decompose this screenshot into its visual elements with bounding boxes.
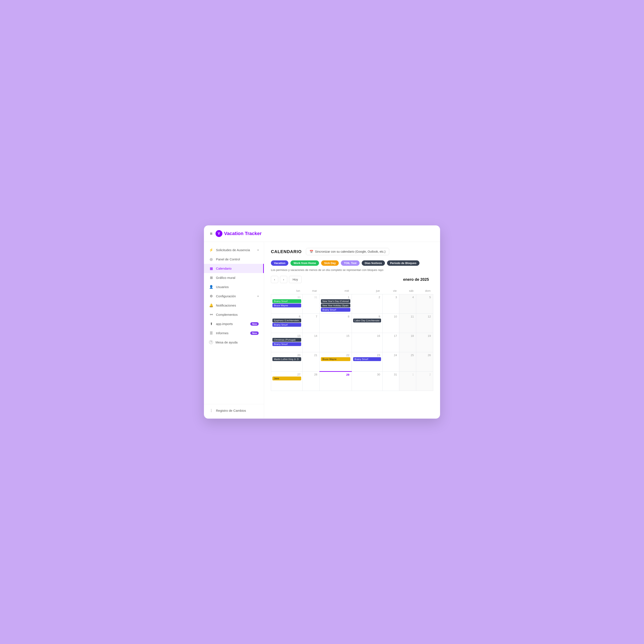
sidebar-bottom: ⋮ Registro de Cambios — [204, 404, 264, 415]
day-number: 18 — [401, 334, 415, 338]
event-bar[interactable]: Brainy Smurf — [272, 299, 301, 303]
today-button[interactable]: Hoy — [289, 276, 302, 283]
content-header: CALENDARIO 📅 Sincronizar con su calendar… — [271, 248, 433, 255]
day-number: 25 — [401, 353, 415, 357]
day-number: 3 — [384, 295, 398, 299]
calendar-week-5: 27 Jane 28 29 30 31 — [271, 372, 433, 391]
calendar-nav: ‹ › Hoy enero de 2025 — [271, 276, 433, 283]
calendar-cell-jan13: 13 Christmas (Portugal) Brainy Smurf — [271, 333, 303, 352]
legend: Vacation Work from Home Sick Day TOIL Te… — [271, 260, 433, 266]
sidebar-label-imports: app.imports — [216, 322, 248, 326]
calendar-cell-jan18: 18 — [399, 333, 416, 352]
sidebar-label-grafico: Gráfico mural — [216, 276, 259, 279]
sidebar-item-usuarios[interactable]: 👤 Usuarios — [204, 282, 264, 292]
calendar-icon: ▦ — [209, 266, 213, 270]
day-number: 28 — [304, 372, 318, 377]
event-bar[interactable]: Labor Day (Liechtenstei — [353, 319, 381, 322]
legend-sick: Sick Day — [321, 260, 339, 266]
day-number: 1 — [321, 295, 350, 299]
sidebar-item-registro[interactable]: ⋮ Registro de Cambios — [204, 406, 264, 415]
user-icon: 👤 — [209, 285, 213, 289]
legend-wfh: Work from Home — [290, 260, 319, 266]
sidebar-item-calendario[interactable]: ▦ Calendario — [204, 264, 264, 273]
calendar-cell-jan20: 20 Martin Luther King Jr. D — [271, 352, 303, 372]
calendar-cell-jan17: 17 — [382, 333, 399, 352]
weekday-row: lun mar mié jue vie sáb dom — [271, 287, 433, 294]
calendar-cell-jan11: 11 — [399, 314, 416, 333]
content-area: CALENDARIO 📅 Sincronizar con su calendar… — [264, 242, 440, 419]
calendar-cell-jan14: 14 — [303, 333, 320, 352]
event-bar[interactable]: New Year Holiday (Spain — [321, 304, 350, 307]
event-bar[interactable]: New Year's Day (Colorad — [321, 299, 350, 303]
calendar-grid: lun mar mié jue vie sáb dom 30 Brain — [271, 287, 433, 391]
weekday-vie: vie — [382, 287, 399, 294]
day-number: 26 — [418, 353, 432, 357]
day-number: 17 — [384, 334, 398, 338]
event-bar-jane[interactable]: Jane — [272, 377, 301, 380]
day-number: 11 — [401, 314, 415, 319]
calendar-cell-jan24: 24 — [382, 352, 399, 372]
prev-month-button[interactable]: ‹ — [271, 276, 278, 283]
calendar-cell-jan25: 25 — [399, 352, 416, 372]
day-number: 23 — [353, 353, 381, 357]
legend-bloqueo: Período de Bloqueo — [387, 260, 419, 266]
calendar-cell-jan27: 27 Jane — [271, 372, 303, 391]
weekday-mar: mar — [303, 287, 320, 294]
sidebar-label-notificaciones: Notificaciones — [216, 304, 259, 307]
event-bar[interactable]: Christmas (Portugal) — [272, 338, 301, 342]
bell-icon: 🔔 — [209, 303, 213, 307]
weekday-dom: dom — [416, 287, 433, 294]
logo-text: Vacation Tracker — [224, 231, 262, 236]
sidebar-item-notificaciones[interactable]: 🔔 Notificaciones — [204, 301, 264, 310]
legend-festivos: Días festivos — [362, 260, 385, 266]
weekday-lun: lun — [271, 287, 303, 294]
panel-icon: ◎ — [209, 257, 213, 261]
day-number: 4 — [401, 295, 415, 299]
sidebar-label-panel: Panel de Control — [216, 257, 259, 261]
day-number: 13 — [272, 334, 301, 338]
day-number: 30 — [272, 295, 301, 299]
sidebar-label-complementos: Complementos — [216, 313, 259, 316]
day-number: 27 — [272, 372, 301, 377]
logo-area: V Vacation Tracker — [216, 230, 262, 237]
calendar-sync-icon: 📅 — [310, 250, 313, 253]
event-bar[interactable]: Epiphany (Liechtenstein, — [272, 319, 301, 322]
sidebar-item-complementos[interactable]: ⚯ Complementos — [204, 310, 264, 319]
calendar-week-3: 13 Christmas (Portugal) Brainy Smurf 14 … — [271, 333, 433, 352]
calendar-cell-jan19: 19 — [416, 333, 433, 352]
arrow-icon-config: ▾ — [257, 295, 259, 298]
calendar-cell-dec30: 30 Brainy Smurf Bruce Wayne — [271, 294, 303, 314]
sidebar-item-grafico[interactable]: ⊞ Gráfico mural — [204, 273, 264, 282]
event-bar[interactable]: Brainy Smurf — [272, 342, 301, 346]
calendar-cell-jan15: 15 — [319, 333, 352, 352]
sidebar-item-panel[interactable]: ◎ Panel de Control — [204, 255, 264, 264]
logo-text-label: Vacation Tracker — [224, 231, 262, 236]
weekday-jue: jue — [352, 287, 382, 294]
menu-icon[interactable]: ≡ — [210, 231, 213, 236]
sidebar-item-solicitudes[interactable]: ⚡ Solicitudes de Ausencia ▾ — [204, 245, 264, 255]
next-month-button[interactable]: › — [280, 276, 287, 283]
day-number: 16 — [353, 334, 381, 338]
sidebar-label-configuracion: Configuración — [216, 294, 255, 298]
event-bar[interactable]: Brainy Smurf — [321, 308, 350, 312]
sidebar-item-imports[interactable]: ⬆ app.imports New — [204, 319, 264, 328]
day-number: 2 — [353, 295, 381, 299]
sync-button[interactable]: 📅 Sincronizar con su calendario (Google,… — [306, 248, 389, 255]
calendar-cell-jan23: 23 Brainy Smurf — [352, 352, 382, 372]
sidebar-item-configuracion[interactable]: ⚙ Configuración ▾ — [204, 292, 264, 301]
sidebar-label-mesa: Mesa de ayuda — [216, 340, 259, 344]
sidebar-item-informes[interactable]: ☰ Informes New — [204, 328, 264, 338]
sidebar-item-mesa[interactable]: ? Mesa de ayuda — [204, 338, 264, 347]
calendar-cell-jan16: 16 — [352, 333, 382, 352]
calendar-cell-jan8: 8 — [319, 314, 352, 333]
event-bar[interactable]: Bruce Wayne — [272, 304, 301, 307]
calendar-cell-jan30: 30 — [352, 372, 382, 391]
event-bar[interactable]: Brainy Smurf — [272, 323, 301, 327]
upload-icon: ⬆ — [209, 322, 213, 326]
event-bar-bruce-wayne[interactable]: Bruce Wayne — [321, 357, 350, 361]
calendar-cell-jan12: 12 — [416, 314, 433, 333]
event-bar[interactable]: Martin Luther King Jr. D — [272, 357, 301, 361]
day-number: 20 — [272, 353, 301, 357]
sidebar-label-calendario: Calendario — [216, 267, 258, 270]
event-bar-brainy[interactable]: Brainy Smurf — [353, 357, 381, 361]
